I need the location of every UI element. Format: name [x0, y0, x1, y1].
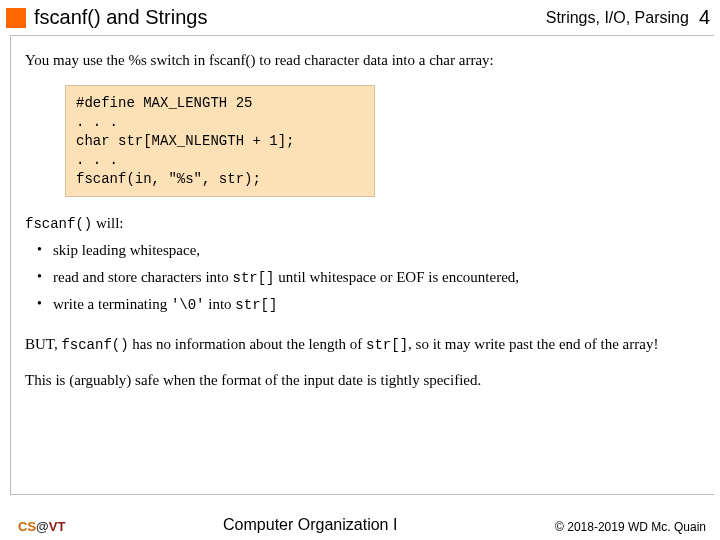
code-block: #define MAX_LENGTH 25 . . . char str[MAX… [65, 85, 375, 197]
slide-header: fscanf() and Strings Strings, I/O, Parsi… [0, 0, 720, 33]
safe-paragraph: This is (arguably) safe when the format … [25, 371, 702, 390]
footer-cs: CS [18, 519, 36, 534]
text-span: has no information about the length of [129, 336, 366, 352]
footer-left: CS@VT [18, 519, 65, 534]
footer-vt: VT [49, 519, 66, 534]
code-inline: str[] [366, 337, 408, 353]
text-span: , so it may write past the end of the ar… [408, 336, 658, 352]
list-item: read and store characters into str[] unt… [53, 269, 702, 286]
but-paragraph: BUT, fscanf() has no information about t… [25, 335, 702, 355]
footer-at: @ [36, 519, 49, 534]
text-span: write a terminating [53, 296, 171, 312]
text-span: read and store characters into [53, 269, 233, 285]
slide-title: fscanf() and Strings [34, 6, 546, 29]
text-span: BUT, [25, 336, 61, 352]
slide-footer: CS@VT Computer Organization I © 2018-201… [0, 512, 720, 540]
text-span: will: [92, 215, 123, 231]
content-frame: You may use the %s switch in fscanf() to… [10, 35, 714, 495]
list-item: write a terminating '\0' into str[] [53, 296, 702, 313]
page-number: 4 [699, 6, 710, 29]
code-inline: str[] [235, 297, 277, 313]
footer-copyright: © 2018-2019 WD Mc. Quain [555, 520, 706, 534]
slide-category: Strings, I/O, Parsing [546, 9, 689, 27]
intro-text: You may use the %s switch in fscanf() to… [25, 52, 702, 69]
footer-center: Computer Organization I [223, 516, 397, 534]
list-item: skip leading whitespace, [53, 242, 702, 259]
text-span: until whitespace or EOF is encountered, [275, 269, 520, 285]
fscanf-will-line: fscanf() will: [25, 215, 702, 232]
accent-square-icon [6, 8, 26, 28]
code-inline: '\0' [171, 297, 205, 313]
code-inline: str[] [233, 270, 275, 286]
text-span: into [205, 296, 236, 312]
code-inline: fscanf() [61, 337, 128, 353]
code-inline: fscanf() [25, 216, 92, 232]
bullet-list: skip leading whitespace, read and store … [25, 242, 702, 313]
